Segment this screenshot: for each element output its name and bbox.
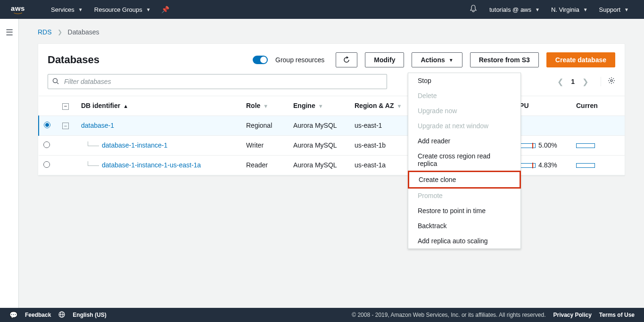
nav-services-label: Services (51, 6, 74, 13)
restore-from-s3-button[interactable]: Restore from S3 (470, 52, 539, 67)
pager-page: 1 (571, 78, 575, 85)
refresh-icon (343, 56, 350, 64)
nav-region[interactable]: N. Virginia ▼ (545, 0, 594, 19)
nav-account[interactable]: tutorials @ aws ▼ (484, 0, 545, 19)
current-bar (576, 143, 595, 148)
panel-header: Databases Group resources Modify Actions… (38, 44, 625, 74)
action-upgrade-now: Upgrade now (408, 103, 520, 118)
action-add-replica-auto-scaling[interactable]: Add replica auto scaling (408, 233, 520, 248)
terms-link[interactable]: Terms of Use (599, 312, 635, 318)
action-upgrade-next-window: Upgrade at next window (408, 118, 520, 133)
breadcrumb-rds[interactable]: RDS (38, 28, 52, 36)
caret-down-icon: ▼ (535, 7, 540, 12)
sidebar-collapsed: ☰ (0, 19, 19, 308)
current-bar (576, 163, 595, 168)
pager-prev[interactable]: ❮ (557, 77, 563, 86)
action-stop[interactable]: Stop (408, 73, 520, 88)
sort-icon: ▼ (396, 103, 402, 109)
nav-account-label: tutorials @ aws (489, 6, 531, 13)
hamburger-icon[interactable]: ☰ (6, 27, 13, 38)
action-create-cross-region-replica[interactable]: Create cross region read replica (408, 149, 520, 171)
action-add-reader[interactable]: Add reader (408, 133, 520, 149)
breadcrumb-databases: Databases (68, 28, 99, 36)
modify-button[interactable]: Modify (365, 52, 404, 67)
sort-icon: ▼ (263, 103, 268, 109)
collapse-icon[interactable]: − (62, 123, 69, 129)
sort-asc-icon: ▲ (123, 103, 128, 109)
actions-button[interactable]: Actions ▼ (412, 52, 462, 67)
svg-line-1 (57, 83, 58, 84)
group-resources-toggle[interactable] (253, 56, 268, 64)
nav-resource-groups-label: Resource Groups (94, 6, 142, 13)
table-row[interactable]: database-1-instance-1 Writer Aurora MySQ… (39, 135, 625, 155)
cell-engine: Aurora MySQL (289, 135, 350, 155)
create-database-button[interactable]: Create database (546, 52, 615, 67)
aws-smile-icon (9, 13, 26, 14)
filter-input[interactable] (48, 74, 387, 89)
caret-down-icon: ▼ (78, 7, 83, 12)
pager-next[interactable]: ❯ (582, 77, 588, 86)
page-title: Databases (48, 54, 245, 66)
action-restore-point-in-time[interactable]: Restore to point in time (408, 203, 520, 218)
sort-icon: ▼ (318, 103, 323, 109)
cell-engine: Aurora MySQL (289, 116, 350, 135)
databases-panel: Databases Group resources Modify Actions… (38, 43, 625, 176)
col-current[interactable]: Curren (571, 96, 625, 116)
nav-support-label: Support (599, 6, 621, 13)
caret-down-icon: ▼ (146, 7, 151, 12)
aws-logo-text: aws (11, 5, 25, 12)
main-content: RDS ❯ Databases Databases Group resource… (19, 19, 644, 308)
svg-point-2 (611, 80, 612, 82)
bell-icon[interactable] (463, 5, 484, 14)
nav-resource-groups[interactable]: Resource Groups ▼ (89, 0, 157, 19)
cell-role: Regional (241, 116, 289, 135)
globe-icon (58, 311, 65, 319)
action-backtrack[interactable]: Backtrack (408, 218, 520, 233)
feedback-link[interactable]: Feedback (25, 312, 51, 318)
refresh-button[interactable] (336, 52, 357, 67)
language-link[interactable]: English (US) (73, 312, 106, 318)
aws-logo[interactable]: aws (9, 5, 26, 14)
search-icon (52, 78, 59, 86)
collapse-all-icon[interactable]: − (62, 103, 69, 110)
table-row[interactable]: − database-1 Regional Aurora MySQL us-ea… (39, 116, 625, 135)
radio-select[interactable] (44, 122, 50, 128)
db-link[interactable]: database-1-instance-1-us-east-1a (102, 161, 201, 169)
pin-icon[interactable]: 📌 (157, 6, 174, 13)
action-create-clone[interactable]: Create clone (408, 171, 521, 189)
action-delete: Delete (408, 88, 520, 103)
nav-services[interactable]: Services ▼ (45, 0, 89, 19)
nav-region-label: N. Virginia (551, 6, 579, 13)
db-link[interactable]: database-1 (81, 122, 114, 129)
top-navigation: aws Services ▼ Resource Groups ▼ 📌 tutor… (0, 0, 644, 19)
filter-row: ❮ 1 ❯ (38, 74, 625, 96)
settings-icon[interactable] (601, 77, 615, 86)
db-link[interactable]: database-1-instance-1 (102, 141, 167, 149)
table-row[interactable]: database-1-instance-1-us-east-1a Reader … (39, 155, 625, 175)
breadcrumb: RDS ❯ Databases (38, 28, 625, 36)
privacy-link[interactable]: Privacy Policy (553, 312, 591, 318)
chevron-right-icon: ❯ (58, 29, 62, 35)
filter-input-wrap (48, 74, 387, 89)
group-resources-label: Group resources (275, 56, 324, 64)
radio-select[interactable] (43, 161, 50, 168)
pager: ❮ 1 ❯ (557, 77, 615, 86)
databases-table: − DB identifier▲ Role▼ Engine▼ Region & … (38, 96, 625, 175)
col-db-identifier[interactable]: DB identifier▲ (76, 96, 241, 116)
footer: 💬 Feedback English (US) © 2008 - 2019, A… (0, 308, 644, 322)
nav-support[interactable]: Support ▼ (594, 0, 635, 19)
cell-engine: Aurora MySQL (289, 155, 350, 175)
action-promote: Promote (408, 188, 520, 203)
cell-role: Reader (241, 155, 289, 175)
actions-dropdown: Stop Delete Upgrade now Upgrade at next … (408, 73, 521, 249)
caret-down-icon: ▼ (624, 7, 629, 12)
caret-down-icon: ▼ (583, 7, 588, 12)
feedback-icon: 💬 (9, 311, 17, 319)
copyright: © 2008 - 2019, Amazon Web Services, Inc.… (352, 312, 545, 318)
radio-select[interactable] (43, 141, 50, 148)
cell-role: Writer (241, 135, 289, 155)
caret-down-icon: ▼ (449, 58, 454, 63)
svg-point-0 (53, 79, 58, 83)
col-role[interactable]: Role▼ (241, 96, 289, 116)
col-engine[interactable]: Engine▼ (289, 96, 350, 116)
